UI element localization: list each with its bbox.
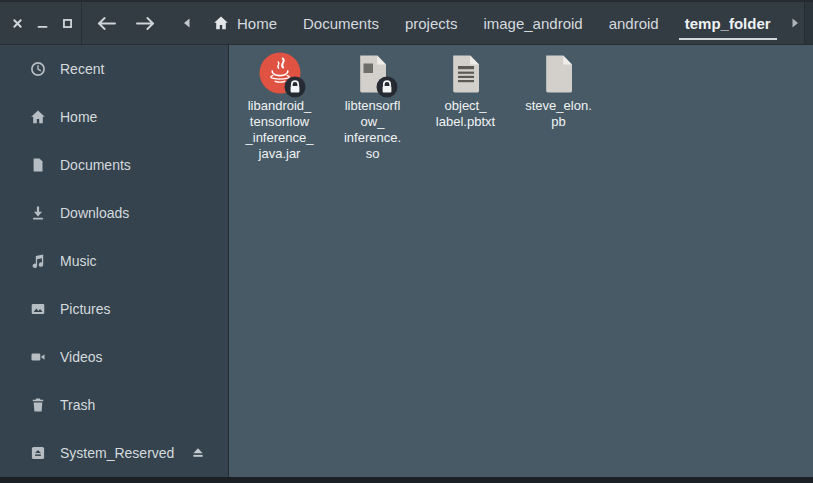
- file-steve_elon.pb[interactable]: steve_elon.pb: [512, 52, 605, 130]
- video-camera-icon: [30, 349, 46, 365]
- trash-icon: [30, 397, 46, 413]
- text-file-icon: [450, 52, 482, 94]
- pathbar-scroll-left-button[interactable]: [180, 2, 194, 44]
- binary-file-icon: [357, 52, 389, 94]
- sidebar-item-music[interactable]: Music: [0, 237, 228, 285]
- breadcrumb-image_android[interactable]: image_android: [470, 2, 595, 44]
- arrow-right-icon: [135, 15, 157, 32]
- chevron-left-icon: [182, 17, 192, 29]
- file-name-label: libandroid_tensorflow_inference_java.jar: [246, 98, 314, 162]
- maximize-button[interactable]: [55, 2, 80, 44]
- window-bottom-border: [0, 477, 813, 483]
- drive-icon: [30, 445, 46, 461]
- breadcrumb-android[interactable]: android: [596, 2, 672, 44]
- lock-emblem-icon: [284, 76, 306, 98]
- titlebar: Home Documents projects image_android an…: [0, 0, 813, 45]
- sidebar-item-trash[interactable]: Trash: [0, 381, 228, 429]
- sidebar-item-documents[interactable]: Documents: [0, 141, 228, 189]
- generic-file-icon: [543, 52, 575, 94]
- breadcrumb-Documents[interactable]: Documents: [290, 2, 392, 44]
- window-controls: [0, 2, 82, 44]
- lock-emblem-icon: [376, 76, 398, 98]
- document-icon: [30, 157, 46, 173]
- sidebar-item-home[interactable]: Home: [0, 93, 228, 141]
- file-view[interactable]: libandroid_tensorflow_inference_java.jar…: [229, 45, 813, 477]
- file-libandroid_tensorflow_inference_java.jar[interactable]: libandroid_tensorflow_inference_java.jar: [233, 52, 326, 162]
- file-name-label: steve_elon.pb: [525, 98, 592, 130]
- file-manager-window: Home Documents projects image_android an…: [0, 0, 813, 483]
- titlebar-right-edge: [804, 2, 813, 44]
- minimize-button[interactable]: [30, 2, 55, 44]
- file-name-label: libtensorflow_inference.so: [344, 98, 401, 162]
- download-icon: [30, 205, 46, 221]
- image-icon: [30, 301, 46, 317]
- breadcrumb-projects[interactable]: projects: [392, 2, 471, 44]
- home-icon: [30, 109, 46, 125]
- file-name-label: object_label.pbtxt: [436, 98, 495, 130]
- home-icon: [213, 15, 229, 31]
- sidebar: Recent Home Documents Downloads Music Pi…: [0, 45, 229, 477]
- file-libtensorflow_inference.so[interactable]: libtensorflow_inference.so: [326, 52, 419, 162]
- close-button[interactable]: [5, 2, 30, 44]
- file-object_label.pbtxt[interactable]: object_label.pbtxt: [419, 52, 512, 130]
- sidebar-item-pictures[interactable]: Pictures: [0, 285, 228, 333]
- clock-icon: [30, 61, 46, 77]
- breadcrumb-Home[interactable]: Home: [200, 2, 290, 44]
- pathbar-overflow-button[interactable]: [788, 2, 802, 44]
- arrow-left-icon: [95, 15, 117, 32]
- back-button[interactable]: [94, 2, 118, 44]
- breadcrumb: Home Documents projects image_android an…: [200, 2, 784, 44]
- sidebar-item-system_reserved[interactable]: System_Reserved: [0, 429, 228, 477]
- breadcrumb-temp_folder[interactable]: temp_folder: [672, 2, 784, 44]
- eject-button[interactable]: [190, 445, 206, 461]
- music-note-icon: [30, 253, 46, 269]
- chevron-right-icon: [790, 17, 800, 29]
- forward-button[interactable]: [134, 2, 158, 44]
- java-jar-icon: [259, 52, 301, 94]
- sidebar-item-recent[interactable]: Recent: [0, 45, 228, 93]
- sidebar-item-downloads[interactable]: Downloads: [0, 189, 228, 237]
- minimize-icon: [35, 16, 50, 31]
- maximize-icon: [60, 16, 75, 31]
- close-icon: [10, 16, 25, 31]
- sidebar-item-videos[interactable]: Videos: [0, 333, 228, 381]
